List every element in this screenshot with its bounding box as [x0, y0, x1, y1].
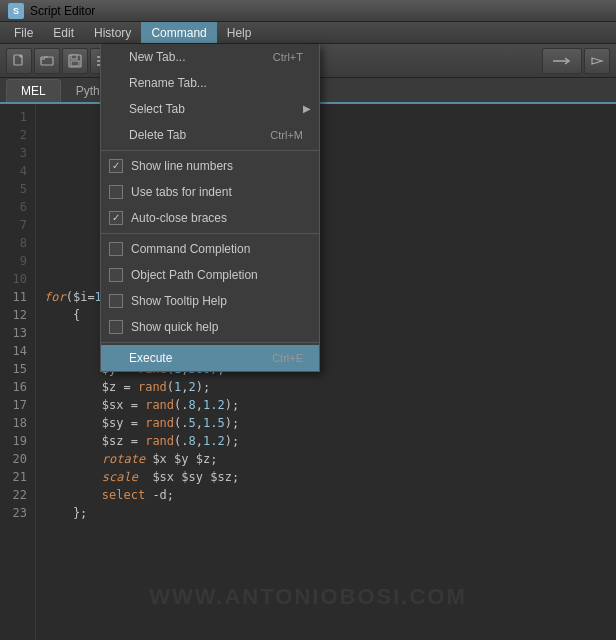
- line-num-10: 10: [0, 270, 27, 288]
- dd-new-tab-label: New Tab...: [129, 48, 185, 66]
- code-line-21: scale $sx $sy $sz;: [44, 468, 608, 486]
- dd-new-tab-shortcut: Ctrl+T: [273, 48, 303, 66]
- code-line-18: $sy = rand(.5,1.5);: [44, 414, 608, 432]
- line-num-11: 11: [0, 288, 27, 306]
- line-num-6: 6: [0, 198, 27, 216]
- code-line-20: rotate $x $y $z;: [44, 450, 608, 468]
- dd-select-tab[interactable]: Select Tab: [101, 96, 319, 122]
- line-num-21: 21: [0, 468, 27, 486]
- dd-execute[interactable]: Execute Ctrl+E: [101, 345, 319, 371]
- dd-use-tabs-indent-cb: [109, 185, 123, 199]
- dd-rename-tab-label: Rename Tab...: [129, 74, 207, 92]
- dd-rename-tab[interactable]: Rename Tab...: [101, 70, 319, 96]
- dd-auto-close-braces-cb: [109, 211, 123, 225]
- dd-auto-close-braces-label: Auto-close braces: [131, 209, 227, 227]
- dd-show-line-numbers-label: Show line numbers: [131, 157, 233, 175]
- menu-history[interactable]: History: [84, 22, 141, 43]
- toolbar-extra2-btn[interactable]: [584, 48, 610, 74]
- app-icon: S: [8, 3, 24, 19]
- dd-execute-label: Execute: [129, 349, 172, 367]
- dd-new-tab[interactable]: New Tab... Ctrl+T: [101, 44, 319, 70]
- dd-show-quick-help[interactable]: Show quick help: [101, 314, 319, 340]
- line-num-19: 19: [0, 432, 27, 450]
- menu-command[interactable]: Command: [141, 22, 216, 43]
- line-num-12: 12: [0, 306, 27, 324]
- code-line-23: };: [44, 504, 608, 522]
- code-line-16: $z = rand(1,2);: [44, 378, 608, 396]
- dd-show-quick-help-cb: [109, 320, 123, 334]
- code-line-19: $sz = rand(.8,1.2);: [44, 432, 608, 450]
- dd-show-tooltip-help-label: Show Tooltip Help: [131, 292, 227, 310]
- dd-delete-tab-shortcut: Ctrl+M: [270, 126, 303, 144]
- dd-sep3: [101, 342, 319, 343]
- dd-object-path-completion-label: Object Path Completion: [131, 266, 258, 284]
- menu-help[interactable]: Help: [217, 22, 262, 43]
- line-num-23: 23: [0, 504, 27, 522]
- svg-rect-1: [41, 57, 53, 65]
- dd-object-path-completion-cb: [109, 268, 123, 282]
- line-num-5: 5: [0, 180, 27, 198]
- line-num-18: 18: [0, 414, 27, 432]
- dd-select-tab-label: Select Tab: [129, 100, 185, 118]
- dd-use-tabs-indent[interactable]: Use tabs for indent: [101, 179, 319, 205]
- dd-command-completion-label: Command Completion: [131, 240, 250, 258]
- dd-show-tooltip-help[interactable]: Show Tooltip Help: [101, 288, 319, 314]
- toolbar-save-btn[interactable]: [62, 48, 88, 74]
- dd-execute-shortcut: Ctrl+E: [272, 349, 303, 367]
- svg-rect-3: [71, 55, 77, 59]
- svg-rect-4: [71, 61, 79, 66]
- toolbar-extra1-btn[interactable]: [542, 48, 582, 74]
- line-num-17: 17: [0, 396, 27, 414]
- line-num-14: 14: [0, 342, 27, 360]
- line-num-3: 3: [0, 144, 27, 162]
- dd-delete-tab[interactable]: Delete Tab Ctrl+M: [101, 122, 319, 148]
- line-num-9: 9: [0, 252, 27, 270]
- dd-command-completion[interactable]: Command Completion: [101, 236, 319, 262]
- line-num-1: 1: [0, 108, 27, 126]
- menu-file[interactable]: File: [4, 22, 43, 43]
- dd-object-path-completion[interactable]: Object Path Completion: [101, 262, 319, 288]
- dd-show-tooltip-help-cb: [109, 294, 123, 308]
- line-num-13: 13: [0, 324, 27, 342]
- line-num-2: 2: [0, 126, 27, 144]
- window-title: Script Editor: [30, 4, 95, 18]
- title-bar: S Script Editor: [0, 0, 616, 22]
- dd-delete-tab-label: Delete Tab: [129, 126, 186, 144]
- menu-bar: File Edit History Command Help New Tab..…: [0, 22, 616, 44]
- code-line-22: select -d;: [44, 486, 608, 504]
- dd-sep2: [101, 233, 319, 234]
- line-num-15: 15: [0, 360, 27, 378]
- line-num-8: 8: [0, 234, 27, 252]
- tab-mel[interactable]: MEL: [6, 79, 61, 102]
- dd-command-completion-cb: [109, 242, 123, 256]
- dd-show-quick-help-label: Show quick help: [131, 318, 218, 336]
- dd-auto-close-braces[interactable]: Auto-close braces: [101, 205, 319, 231]
- command-dropdown: New Tab... Ctrl+T Rename Tab... Select T…: [100, 44, 320, 372]
- toolbar-open-btn[interactable]: [34, 48, 60, 74]
- dd-show-line-numbers[interactable]: Show line numbers: [101, 153, 319, 179]
- toolbar-new-btn[interactable]: [6, 48, 32, 74]
- line-num-22: 22: [0, 486, 27, 504]
- line-num-16: 16: [0, 378, 27, 396]
- line-num-20: 20: [0, 450, 27, 468]
- line-numbers: 1 2 3 4 5 6 7 8 9 10 11 12 13 14 15 16 1…: [0, 104, 36, 640]
- code-line-17: $sx = rand(.8,1.2);: [44, 396, 608, 414]
- line-num-7: 7: [0, 216, 27, 234]
- menu-edit[interactable]: Edit: [43, 22, 84, 43]
- dd-sep1: [101, 150, 319, 151]
- line-num-4: 4: [0, 162, 27, 180]
- dd-use-tabs-indent-label: Use tabs for indent: [131, 183, 232, 201]
- dd-show-line-numbers-cb: [109, 159, 123, 173]
